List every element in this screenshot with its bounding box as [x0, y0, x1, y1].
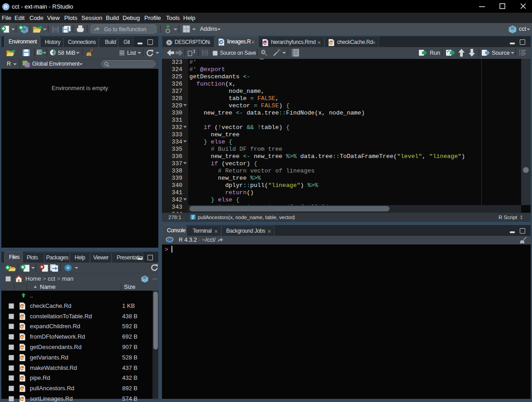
svg-text:R: R [511, 26, 514, 31]
svg-text:R: R [23, 27, 26, 32]
svg-text:md: md [263, 42, 266, 44]
svg-text:R: R [143, 276, 146, 280]
svg-text:R: R [167, 237, 172, 244]
svg-text:R: R [220, 40, 223, 44]
